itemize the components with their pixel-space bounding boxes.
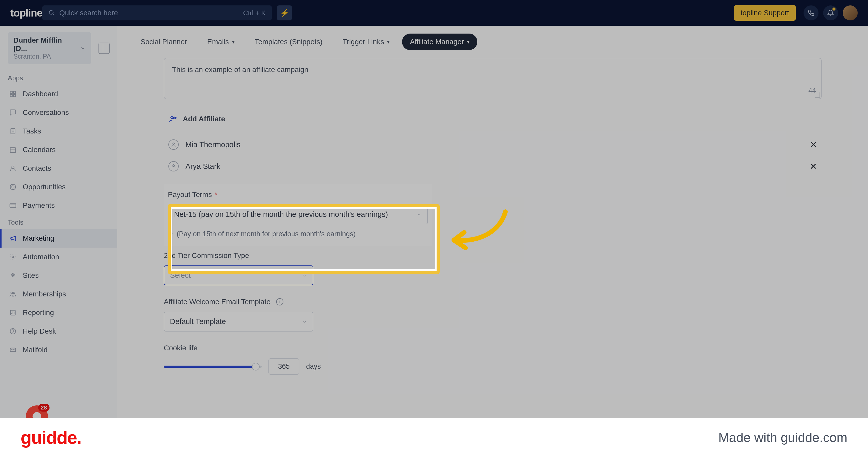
sidebar-item-label: Help Desk: [23, 327, 56, 335]
chevron-down-icon: [416, 212, 422, 217]
remove-affiliate-button[interactable]: ✕: [810, 161, 817, 171]
person-icon: [168, 161, 179, 171]
svg-point-18: [13, 292, 15, 294]
quick-actions-button[interactable]: ⚡: [277, 5, 292, 20]
people-icon: [9, 290, 17, 298]
select-value: Net-15 (pay on 15th of the month the pre…: [174, 210, 388, 219]
tab-label: Trigger Links: [343, 38, 384, 46]
tab-social-planner[interactable]: Social Planner: [133, 34, 195, 50]
add-affiliate-button[interactable]: Add Affiliate: [164, 99, 822, 134]
user-avatar[interactable]: [843, 5, 858, 20]
payout-terms-label: Payout Terms *: [168, 191, 428, 199]
slider-thumb[interactable]: [252, 363, 260, 371]
badge-count: 28: [38, 404, 50, 411]
sidebar-item-label: Tasks: [23, 127, 41, 135]
sidebar-item-automation[interactable]: Automation: [0, 248, 117, 266]
sidebar: Dunder Mifflin [D... Scranton, PA Apps D…: [0, 26, 117, 418]
global-search[interactable]: Quick search here Ctrl + K: [42, 5, 272, 20]
resize-handle-icon[interactable]: [815, 92, 820, 97]
svg-point-17: [11, 292, 12, 294]
sidebar-item-label: Mailfold: [23, 346, 48, 354]
org-name: Dunder Mifflin [D...: [13, 36, 76, 53]
svg-point-24: [12, 333, 13, 333]
email-template-section: Affiliate Welcome Email Template i Defau…: [164, 298, 822, 332]
cookie-days-unit: days: [306, 363, 321, 371]
svg-rect-3: [13, 91, 16, 93]
sidebar-item-sites[interactable]: Sites: [0, 266, 117, 285]
guidde-footer: guidde. Made with guidde.com: [0, 418, 868, 457]
svg-rect-14: [10, 204, 16, 207]
svg-point-27: [171, 116, 173, 119]
guidde-logo: guidde.: [21, 427, 81, 448]
sidebar-item-marketing[interactable]: Marketing: [0, 229, 117, 248]
payout-terms-section: Payout Terms * Net-15 (pay on 15th of th…: [164, 184, 432, 246]
tier2-commission-select[interactable]: Select: [164, 265, 313, 285]
tab-label: Emails: [207, 38, 229, 46]
tab-label: Affiliate Manager: [410, 38, 464, 46]
support-button[interactable]: topline Support: [734, 5, 796, 21]
email-template-select[interactable]: Default Template: [164, 312, 313, 332]
slider-fill: [164, 366, 256, 368]
section-label-apps: Apps: [0, 70, 117, 85]
affiliate-name: Arya Stark: [185, 162, 220, 171]
sidebar-item-label: Reporting: [23, 309, 54, 317]
help-icon: [9, 327, 17, 335]
cookie-life-slider[interactable]: [164, 366, 262, 368]
sidebar-item-calendars[interactable]: Calendars: [0, 140, 117, 159]
report-icon: [9, 309, 17, 317]
svg-rect-2: [10, 91, 12, 93]
required-asterisk: *: [215, 191, 217, 199]
sidebar-item-dashboard[interactable]: Dashboard: [0, 85, 117, 103]
label-text: Cookie life: [164, 344, 197, 352]
phone-button[interactable]: [804, 5, 818, 20]
marketing-sub-tabs: Social Planner Emails▾ Templates (Snippe…: [117, 26, 868, 58]
sidebar-item-help-desk[interactable]: Help Desk: [0, 322, 117, 341]
org-switcher[interactable]: Dunder Mifflin [D... Scranton, PA: [0, 26, 117, 70]
remove-affiliate-button[interactable]: ✕: [810, 139, 817, 150]
sidebar-item-conversations[interactable]: Conversations: [0, 103, 117, 122]
campaign-description-textarea[interactable]: This is an example of an affiliate campa…: [164, 58, 822, 99]
svg-point-0: [49, 10, 53, 14]
svg-rect-5: [13, 94, 16, 96]
sidebar-item-label: Marketing: [23, 234, 54, 242]
section-label-tools: Tools: [0, 215, 117, 229]
sidebar-item-reporting[interactable]: Reporting: [0, 304, 117, 322]
add-affiliate-label: Add Affiliate: [183, 115, 225, 123]
sidebar-item-mailfold[interactable]: Mailfold: [0, 341, 117, 359]
svg-point-16: [12, 256, 14, 258]
payout-terms-select[interactable]: Net-15 (pay on 15th of the month the pre…: [168, 204, 428, 224]
annotation-arrow: [443, 206, 516, 258]
label-text: Payout Terms: [168, 191, 212, 199]
dashboard-icon: [9, 90, 17, 98]
cookie-days-input[interactable]: 365: [269, 359, 300, 375]
label-text: Affiliate Welcome Email Template: [164, 298, 271, 306]
contact-icon: [9, 164, 17, 172]
sidebar-item-label: Payments: [23, 201, 55, 210]
sidebar-item-label: Calendars: [23, 146, 56, 154]
affiliate-row: Arya Stark ✕: [164, 155, 822, 177]
svg-rect-9: [10, 148, 16, 152]
tab-trigger-links[interactable]: Trigger Links▾: [335, 34, 398, 50]
info-icon[interactable]: i: [276, 298, 283, 306]
sidebar-item-payments[interactable]: Payments: [0, 196, 117, 215]
sidebar-item-tasks[interactable]: Tasks: [0, 122, 117, 140]
svg-point-30: [173, 165, 175, 166]
search-shortcut: Ctrl + K: [243, 9, 266, 17]
notifications-button[interactable]: [823, 5, 838, 20]
panel-toggle-icon[interactable]: [98, 42, 110, 54]
description-value: This is an example of an affiliate campa…: [172, 65, 308, 74]
chevron-down-icon: [80, 46, 86, 51]
card-icon: [9, 201, 17, 210]
sidebar-item-opportunities[interactable]: Opportunities: [0, 178, 117, 196]
sidebar-item-label: Automation: [23, 253, 59, 261]
tab-templates[interactable]: Templates (Snippets): [247, 34, 330, 50]
affiliate-name: Mia Thermopolis: [185, 140, 241, 149]
tab-affiliate-manager[interactable]: Affiliate Manager▾: [402, 34, 477, 50]
sidebar-item-contacts[interactable]: Contacts: [0, 159, 117, 178]
affiliate-row: Mia Thermopolis ✕: [164, 134, 822, 155]
select-value: Default Template: [170, 317, 226, 326]
search-placeholder: Quick search here: [59, 9, 243, 17]
sidebar-item-label: Contacts: [23, 164, 51, 172]
sidebar-item-memberships[interactable]: Memberships: [0, 285, 117, 304]
tab-emails[interactable]: Emails▾: [199, 34, 242, 50]
